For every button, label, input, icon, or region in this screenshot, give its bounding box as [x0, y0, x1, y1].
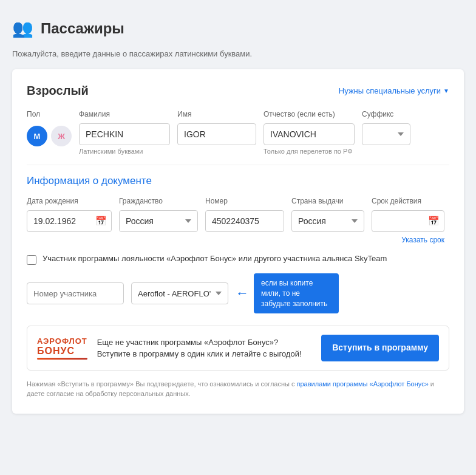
page-header: 👥 Пассажиры	[12, 12, 464, 44]
loyalty-checkbox-row: Участник программы лояльности «Аэрофлот …	[27, 254, 449, 265]
join-program-button[interactable]: Вступить в программу	[321, 335, 439, 361]
loyalty-tooltip: если вы копите мили, то не забудьте запо…	[254, 273, 339, 313]
divider-1	[27, 165, 449, 165]
birth-date-group: Дата рождения 📅	[27, 197, 112, 232]
citizenship-select[interactable]: Россия Другое	[119, 210, 198, 232]
page-container: 👥 Пассажиры Пожалуйста, введите данные о…	[12, 12, 464, 414]
last-name-group: Фамилия Латинскими буквами	[79, 110, 170, 155]
doc-number-input[interactable]	[205, 210, 284, 232]
birth-date-input[interactable]	[27, 210, 112, 232]
aeroflot-logo-text1: АЭРОФЛОТ	[37, 337, 87, 346]
last-name-label: Фамилия	[79, 110, 170, 118]
citizenship-label: Гражданство	[119, 197, 198, 205]
patronymic-label: Отчество (если есть)	[264, 110, 355, 118]
gender-buttons: М Ж	[27, 126, 72, 146]
last-name-input[interactable]	[79, 123, 170, 145]
page-title: Пассажиры	[41, 20, 124, 37]
loyalty-number-input[interactable]	[27, 282, 124, 304]
first-name-label: Имя	[177, 110, 256, 118]
loyalty-airline-select[interactable]: Aeroflot - AEROFLO'	[131, 282, 228, 304]
birth-date-label: Дата рождения	[27, 197, 112, 205]
patronymic-input[interactable]	[264, 123, 355, 145]
doc-section-title: Информация о документе	[27, 175, 449, 187]
tooltip-wrapper: ← если вы копите мили, то не забудьте за…	[236, 273, 339, 313]
validity-input[interactable]	[372, 210, 444, 232]
suffix-group: Суффикс Jr Sr	[362, 110, 410, 145]
passengers-icon: 👥	[12, 18, 33, 38]
loyalty-section: Участник программы лояльности «Аэрофлот …	[27, 254, 449, 313]
first-name-input[interactable]	[177, 123, 256, 145]
validity-group: Срок действия 📅 Указать срок	[372, 197, 444, 244]
suffix-select[interactable]: Jr Sr	[362, 123, 410, 145]
aeroflot-logo-line	[37, 358, 87, 360]
validity-label: Срок действия	[372, 197, 444, 205]
loyalty-checkbox[interactable]	[27, 255, 36, 265]
gender-male-button[interactable]: М	[27, 126, 47, 146]
validity-input-wrapper: 📅	[372, 210, 444, 232]
aeroflot-logo: АЭРОФЛОТ БОНУС	[37, 337, 87, 360]
passenger-card: Взрослый Нужны специальные услуги Пол М …	[12, 69, 464, 414]
footer-link-rules[interactable]: правилами программы «Аэрофлот Бонус»	[297, 380, 429, 388]
loyalty-inputs-row: Aeroflot - AEROFLO' ← если вы копите мил…	[27, 273, 449, 313]
card-header: Взрослый Нужны специальные услуги	[27, 84, 449, 98]
suffix-label: Суффикс	[362, 110, 410, 118]
card-title: Взрослый	[27, 84, 89, 98]
loyalty-label: Участник программы лояльности «Аэрофлот …	[42, 254, 387, 263]
gender-label: Пол	[27, 110, 72, 118]
aeroflot-banner: АЭРОФЛОТ БОНУС Еще не участник программы…	[27, 326, 449, 371]
footer-text: Нажимая «Вступить в программу» Вы подтве…	[27, 379, 449, 399]
doc-number-label: Номер	[205, 197, 284, 205]
issue-country-select[interactable]: Россия Другое	[291, 210, 364, 232]
gender-female-button[interactable]: Ж	[51, 126, 72, 146]
arrow-left-icon: ←	[236, 285, 249, 301]
personal-info-row: Пол М Ж Фамилия Латинскими буквами Имя О…	[27, 110, 449, 155]
footer-text-before: Нажимая «Вступить в программу» Вы подтве…	[27, 380, 297, 388]
page-subtitle: Пожалуйста, введите данные о пассажирах …	[12, 49, 464, 58]
first-name-group: Имя	[177, 110, 256, 145]
banner-text: Еще не участник программы «Аэрофлот Бону…	[97, 337, 311, 360]
citizenship-group: Гражданство Россия Другое	[119, 197, 198, 232]
special-services-link[interactable]: Нужны специальные услуги	[339, 86, 449, 95]
aeroflot-logo-text2: БОНУС	[37, 346, 75, 357]
birth-date-input-wrapper: 📅	[27, 210, 112, 232]
gender-group: Пол М Ж	[27, 110, 72, 146]
specify-date-link[interactable]: Указать срок	[372, 236, 444, 244]
issue-country-label: Страна выдачи	[291, 197, 364, 205]
doc-info-row: Дата рождения 📅 Гражданство Россия Друго…	[27, 197, 449, 244]
last-name-sublabel: Латинскими буквами	[79, 148, 170, 155]
patronymic-group: Отчество (если есть) Только для перелето…	[264, 110, 355, 155]
doc-number-group: Номер	[205, 197, 284, 232]
patronymic-sublabel: Только для перелетов по РФ	[264, 148, 355, 155]
issue-country-group: Страна выдачи Россия Другое	[291, 197, 364, 232]
